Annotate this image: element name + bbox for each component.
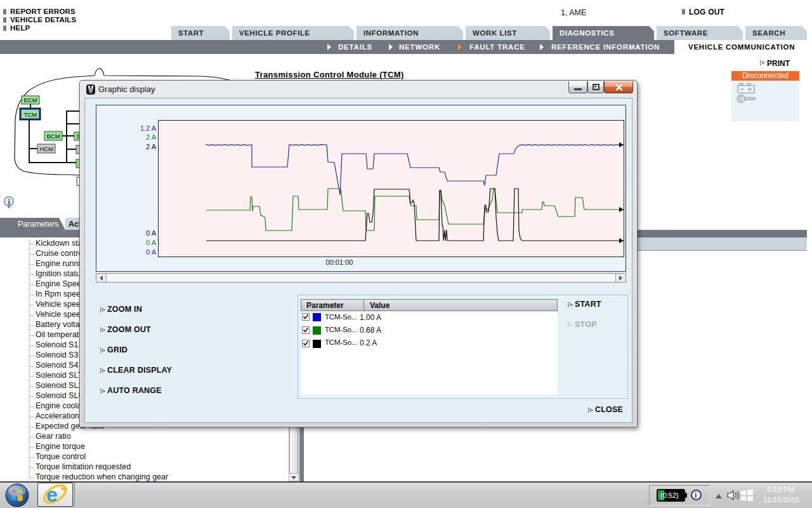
svg-text:TCM: TCM — [24, 111, 37, 118]
svg-text:e: e — [46, 483, 58, 506]
svg-text:HCM: HCM — [39, 145, 53, 152]
svg-text:ECM: ECM — [23, 97, 37, 104]
svg-text:BCM: BCM — [46, 133, 60, 140]
